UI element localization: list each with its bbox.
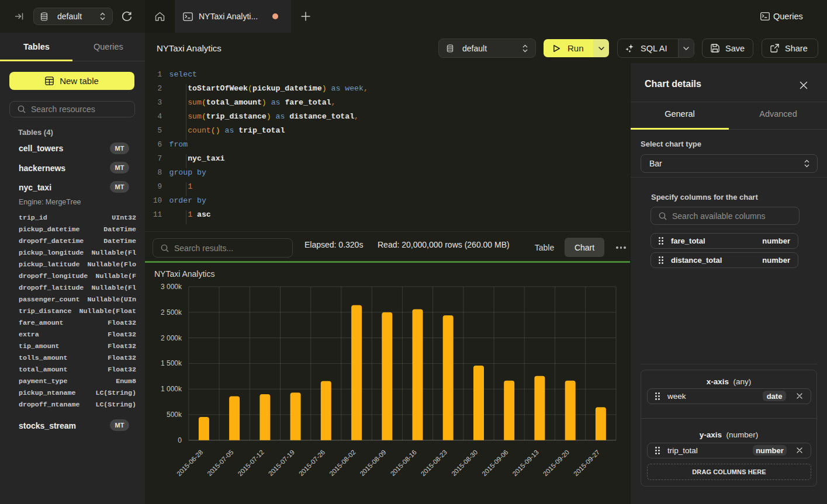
svg-text:2015-08-16: 2015-08-16	[389, 448, 418, 477]
svg-text:NYTaxi Analytics: NYTaxi Analytics	[154, 269, 214, 279]
svg-text:2015-08-30: 2015-08-30	[450, 448, 479, 477]
svg-text:2015-07-19: 2015-07-19	[267, 448, 296, 477]
svg-text:2015-08-02: 2015-08-02	[328, 448, 357, 477]
svg-text:2015-06-28: 2015-06-28	[175, 448, 204, 477]
svg-text:2015-07-12: 2015-07-12	[236, 448, 265, 477]
svg-text:2015-08-09: 2015-08-09	[358, 448, 387, 477]
svg-text:2015-07-05: 2015-07-05	[206, 448, 234, 477]
svg-text:2015-08-23: 2015-08-23	[420, 448, 448, 477]
svg-text:2015-09-27: 2015-09-27	[572, 448, 601, 477]
svg-text:3 000k: 3 000k	[161, 282, 182, 290]
svg-text:2015-09-13: 2015-09-13	[511, 448, 539, 477]
svg-text:2015-07-26: 2015-07-26	[297, 448, 326, 477]
svg-text:2 500k: 2 500k	[161, 308, 182, 316]
svg-text:1 500k: 1 500k	[161, 359, 182, 367]
svg-text:1 000k: 1 000k	[161, 385, 182, 393]
svg-text:2 000k: 2 000k	[161, 333, 182, 342]
svg-text:2015-09-06: 2015-09-06	[480, 448, 509, 477]
svg-text:500k: 500k	[167, 411, 182, 419]
svg-text:0: 0	[178, 436, 182, 444]
svg-text:2015-09-20: 2015-09-20	[542, 448, 570, 477]
